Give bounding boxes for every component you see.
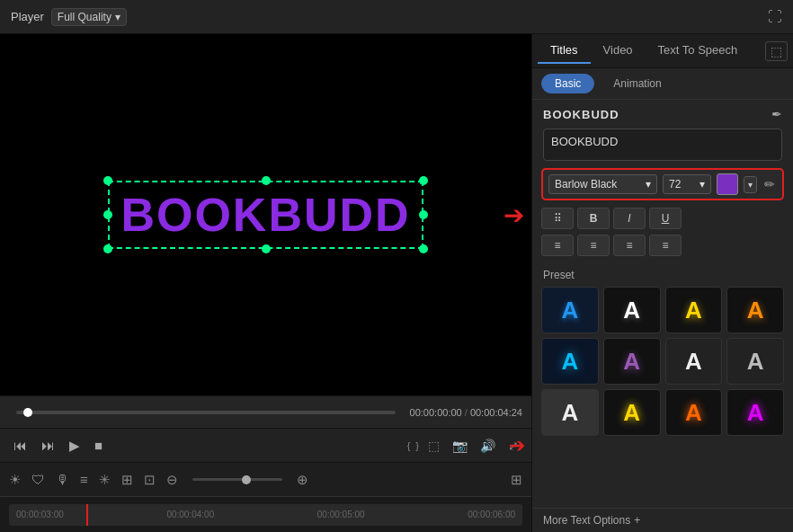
title-element-container[interactable]: BOOKBUDD (108, 181, 423, 249)
title-text-element[interactable]: BOOKBUDD (108, 181, 423, 249)
playback-controls: ⏮ ⏭ ▶ ■ { } ⬚ 📷 🔊 ⤢ ➔ (0, 428, 531, 462)
font-name-label: Barlow Black (555, 178, 617, 191)
grid-icon[interactable]: ⊞ (511, 472, 522, 488)
edit-title-icon[interactable]: ✒ (771, 107, 782, 121)
time-separator: / (465, 407, 468, 418)
preset-item-1[interactable]: A (541, 287, 599, 333)
mark-in-button[interactable]: ⬚ (424, 437, 443, 455)
preset-item-7[interactable]: A (665, 338, 723, 385)
time-current: 00:00:00:00 (410, 407, 462, 418)
stop-button[interactable]: ■ (90, 436, 107, 455)
spacing-button[interactable]: ⠿ (541, 208, 574, 229)
volume-button[interactable]: 🔊 (477, 437, 499, 455)
mic-icon[interactable]: 🎙 (56, 472, 69, 487)
handle-top-right[interactable] (419, 176, 428, 185)
media-icon[interactable]: ⊞ (121, 472, 133, 488)
timeline-label-4: 00:00:06:00 (468, 510, 515, 519)
skip-back-button[interactable]: ⏮ (9, 436, 31, 455)
right-panel: Titles Video Text To Speech ⬚ Basic Anim… (532, 34, 793, 532)
font-chevron: ▾ (646, 178, 651, 191)
more-options-arrow: + (634, 514, 640, 527)
text-input-area[interactable]: BOOKBUDD (543, 129, 782, 161)
more-options[interactable]: More Text Options + (532, 508, 793, 532)
handle-mid-left[interactable] (103, 210, 112, 219)
align-right-button[interactable]: ≡ (613, 235, 646, 256)
top-bar: Player Full Quality ▾ ⛶ (0, 0, 793, 34)
panel-tabs: Titles Video Text To Speech ⬚ (532, 34, 793, 68)
handle-bottom-right[interactable] (419, 244, 428, 253)
preset-item-11[interactable]: A (665, 389, 723, 436)
more-options-label: More Text Options (543, 514, 630, 527)
title-name-label: BOOKBUDD (543, 108, 619, 121)
underline-button[interactable]: U (649, 208, 682, 229)
handle-bottom-left[interactable] (103, 244, 112, 253)
main-layout: BOOKBUDD ➔ 00:00:00:00 / 00:00:04:24 (0, 34, 793, 532)
minus-icon[interactable]: ⊖ (166, 472, 178, 488)
shield-icon[interactable]: 🛡 (31, 472, 45, 487)
preset-item-9[interactable]: A (541, 389, 599, 436)
effects-icon[interactable]: ✳ (99, 472, 111, 488)
brace-right: } (415, 440, 419, 451)
expand-button[interactable]: ⤢ (504, 437, 522, 455)
handle-bottom-mid[interactable] (262, 244, 271, 253)
zoom-bar[interactable] (192, 478, 282, 481)
controls-bar: 00:00:00:00 / 00:00:04:24 (0, 395, 531, 428)
italic-button[interactable]: I (613, 208, 646, 229)
video-canvas: BOOKBUDD ➔ (0, 34, 531, 395)
preset-item-3[interactable]: A (665, 287, 723, 333)
quality-dropdown[interactable]: Full Quality ▾ (51, 8, 127, 26)
red-arrow-right: ➔ (503, 200, 524, 230)
player-panel: BOOKBUDD ➔ 00:00:00:00 / 00:00:04:24 (0, 34, 532, 532)
font-row: Barlow Black ▾ 72 ▾ ▾ ✏ (541, 168, 784, 200)
zoom-handle[interactable] (242, 475, 251, 484)
timeline-label-1: 00:00:03:00 (16, 510, 64, 519)
preset-item-8[interactable]: A (726, 338, 784, 385)
plus-icon[interactable]: ⊕ (297, 472, 308, 488)
color-dropdown-button[interactable]: ▾ (744, 176, 757, 193)
screenshot-button[interactable]: 📷 (449, 437, 471, 455)
player-label: Player (11, 10, 44, 23)
font-size-label: 72 (669, 178, 681, 191)
preset-label: Preset (532, 265, 793, 287)
sun-icon[interactable]: ☀ (9, 472, 21, 488)
font-size-dropdown[interactable]: 72 ▾ (663, 174, 711, 194)
font-size-chevron: ▾ (699, 178, 705, 191)
sub-tab-animation[interactable]: Animation (600, 74, 674, 93)
font-select-dropdown[interactable]: Barlow Black ▾ (548, 174, 657, 194)
eyedropper-button[interactable]: ✏ (762, 175, 777, 193)
step-back-button[interactable]: ⏭ (37, 436, 59, 455)
align-row: ≡ ≡ ≡ ≡ (541, 235, 784, 256)
save-icon[interactable]: ⬚ (765, 41, 788, 61)
timeline-track[interactable]: 00:00:03:00 00:00:04:00 00:00:05:00 00:0… (9, 504, 522, 526)
format-row: ⠿ B I U (541, 208, 784, 229)
tab-titles[interactable]: Titles (538, 38, 591, 64)
play-button[interactable]: ▶ (65, 436, 85, 456)
layers-icon[interactable]: ≡ (80, 472, 88, 487)
title-name-bar: BOOKBUDD ✒ (532, 100, 793, 125)
playhead-dot[interactable] (23, 408, 32, 417)
timeline-label-2: 00:00:04:00 (166, 510, 214, 519)
sub-tab-basic[interactable]: Basic (541, 74, 594, 93)
handle-top-mid[interactable] (262, 176, 271, 185)
timeline: 00:00:03:00 00:00:04:00 00:00:05:00 00:0… (0, 496, 531, 532)
preset-item-10[interactable]: A (603, 389, 661, 436)
align-left-button[interactable]: ≡ (541, 235, 574, 256)
preset-item-2[interactable]: A (603, 287, 661, 333)
bold-button[interactable]: B (577, 208, 610, 229)
tab-tts[interactable]: Text To Speech (646, 38, 751, 64)
align-justify-button[interactable]: ≡ (649, 235, 682, 256)
preset-item-6[interactable]: A (603, 338, 661, 385)
handle-mid-right[interactable] (419, 210, 428, 219)
tab-video[interactable]: Video (591, 38, 646, 64)
preset-item-5[interactable]: A (541, 338, 599, 385)
split-icon[interactable]: ⊡ (144, 472, 156, 488)
align-center-button[interactable]: ≡ (577, 235, 610, 256)
color-swatch[interactable] (717, 173, 738, 195)
playhead-bar[interactable] (16, 411, 396, 414)
timeline-playhead-line (86, 504, 88, 526)
sub-tabs: Basic Animation (532, 68, 793, 100)
fullscreen-icon[interactable]: ⛶ (768, 9, 782, 25)
preset-grid: AAAAAAAAAAAA (532, 287, 793, 443)
preset-item-12[interactable]: A (726, 389, 784, 436)
preset-item-4[interactable]: A (726, 287, 784, 333)
